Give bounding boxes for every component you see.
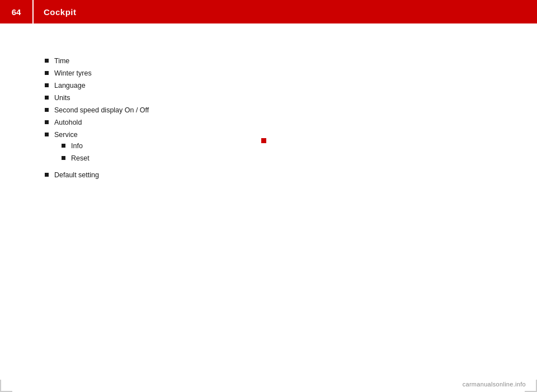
sub-bullet-icon — [62, 156, 65, 160]
list-item-units: Units — [45, 94, 492, 102]
list-item-service: Service Info Reset — [45, 131, 492, 167]
page-title: Cockpit — [34, 7, 77, 17]
bullet-icon — [45, 133, 49, 136]
list-item-reset: Reset — [62, 154, 90, 162]
list-item-label: Units — [54, 94, 70, 102]
list-item-label: Default setting — [54, 171, 99, 179]
list-item-winter-tyres: Winter tyres — [45, 69, 492, 77]
list-item-autohold: Autohold — [45, 119, 492, 126]
bullet-icon — [45, 96, 49, 100]
list-item-label: Autohold — [54, 119, 82, 126]
watermark: carmanualsonline.info — [463, 381, 526, 388]
list-item-label: Service — [54, 131, 78, 139]
bullet-icon — [45, 59, 49, 63]
sub-list-service: Info Reset — [62, 142, 90, 167]
sub-item-label: Info — [71, 142, 83, 150]
menu-list: Time Winter tyres Language Units Second … — [45, 57, 492, 179]
bullet-icon — [45, 83, 49, 87]
list-item-label: Language — [54, 82, 86, 89]
list-item-time: Time — [45, 57, 492, 65]
main-content: Time Winter tyres Language Units Second … — [0, 23, 537, 392]
list-item-language: Language — [45, 82, 492, 89]
list-item-default-setting: Default setting — [45, 171, 492, 179]
header-bar: 64 Cockpit — [0, 0, 537, 23]
list-item-label: Second speed display On / Off — [54, 106, 149, 114]
bullet-icon — [45, 173, 49, 177]
sub-bullet-icon — [62, 144, 65, 148]
list-item-label: Time — [54, 57, 69, 65]
list-item-second-speed: Second speed display On / Off — [45, 106, 492, 114]
bullet-icon — [45, 71, 49, 75]
list-item-info: Info — [62, 142, 90, 150]
red-marker — [261, 138, 266, 143]
sub-item-label: Reset — [71, 154, 90, 162]
page-number: 64 — [0, 0, 34, 23]
bullet-icon — [45, 120, 49, 124]
bullet-icon — [45, 108, 49, 112]
list-item-label: Winter tyres — [54, 69, 92, 77]
